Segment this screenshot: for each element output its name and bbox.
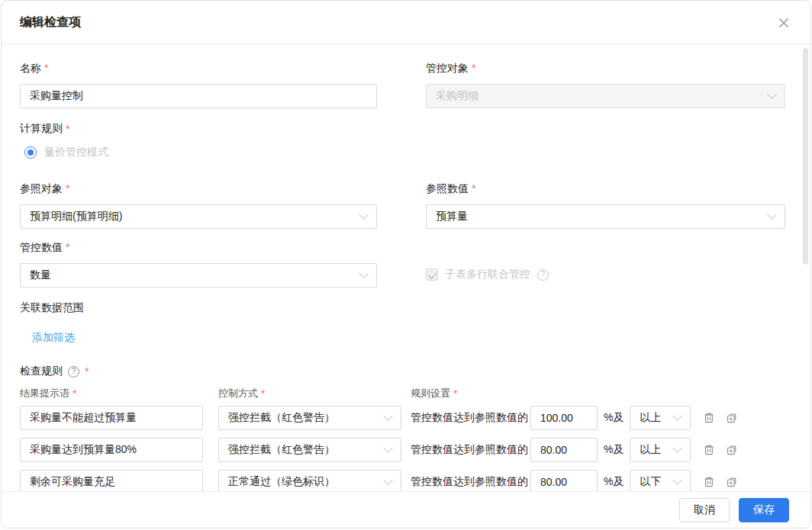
required-asterisk: * [72,387,76,400]
rule-percent-input[interactable] [530,438,598,462]
rule-method-select[interactable]: 强控拦截（红色警告） [218,406,401,430]
rule-prefix-text: 管控数值达到参照数值的 [411,411,528,425]
rule-prompt-input[interactable] [20,438,203,462]
calc-rule-radio-row: 量价管控模式 [24,146,792,159]
reference-object-label: 参照对象 * [20,182,377,194]
help-circle-icon[interactable]: ? [537,269,549,281]
field-control-object: 管控对象 * 采购明细 [426,62,785,108]
chevron-down-icon [359,268,369,278]
rule-percent-unit: %及 [604,411,624,425]
prompt-column-header: 结果提示语 * [20,387,218,400]
dialog-footer: 取消 保存 [2,491,810,528]
chevron-down-icon [383,475,393,485]
close-button[interactable] [777,16,791,30]
delete-rule-button[interactable] [702,476,715,489]
rule-method-select[interactable]: 强控拦截（红色警告） [218,438,401,462]
trash-icon [703,476,715,488]
delete-rule-button[interactable] [702,412,715,425]
joint-control-checkbox [426,268,438,281]
joint-control-label: 子表多行联合管控 [445,268,530,281]
field-reference-object: 参照对象 * 预算明细(预算明细) [20,182,377,229]
rule-row: 强控拦截（红色警告） 管控数值达到参照数值的 %及 以上 [20,406,792,430]
add-filter-link[interactable]: 添加筛选 [32,331,75,345]
add-rule-button[interactable] [725,476,738,489]
rule-percent-input[interactable] [530,470,598,493]
field-control-value: 管控数值 * 数量 [20,241,377,287]
rule-row: 正常通过（绿色标识） 管控数值达到参照数值的 %及 以下 [20,470,792,493]
rule-prefix-text: 管控数值达到参照数值的 [411,443,528,457]
required-asterisk: * [85,365,89,377]
trash-icon [703,412,715,424]
rule-method-select[interactable]: 正常通过（绿色标识） [218,470,401,493]
copy-plus-icon [726,412,738,424]
rule-row: 强控拦截（红色警告） 管控数值达到参照数值的 %及 以上 [20,438,792,462]
required-asterisk: * [66,123,69,135]
chevron-down-icon [383,411,393,421]
data-range-label: 关联数据范围 [20,301,792,315]
method-column-header: 控制方式 * [218,387,411,400]
copy-plus-icon [726,444,738,456]
required-asterisk: * [66,241,69,253]
required-asterisk: * [44,62,48,74]
chevron-down-icon [383,443,393,453]
chevron-down-icon [673,443,683,453]
control-object-select: 采购明细 [426,84,785,108]
chevron-down-icon [673,411,683,421]
edit-check-item-dialog: 编辑检查项 名称 * 管控对象 * 采购明细 [1,0,811,528]
reference-object-select[interactable]: 预算明细(预算明细) [20,204,377,229]
trash-icon [703,444,715,456]
dialog-header: 编辑检查项 [2,1,810,44]
add-rule-button[interactable] [725,444,738,457]
control-value-label: 管控数值 * [20,241,377,253]
chevron-down-icon [767,89,777,99]
rule-bound-select[interactable]: 以上 [630,406,691,430]
rule-percent-unit: %及 [604,475,624,489]
required-asterisk: * [472,62,475,74]
control-value-select[interactable]: 数量 [20,263,377,287]
copy-plus-icon [726,476,738,488]
check-rules-label: 检查规则 ? * [20,365,792,378]
scrollbar-thumb[interactable] [803,48,808,265]
required-asterisk: * [66,182,69,194]
name-input[interactable] [20,84,377,108]
required-asterisk: * [261,387,265,400]
field-name: 名称 * [20,62,377,108]
chevron-down-icon [767,210,777,220]
rule-bound-select[interactable]: 以下 [630,470,691,493]
save-button[interactable]: 保存 [739,498,789,522]
reference-value-label: 参照数值 * [426,182,785,194]
delete-rule-button[interactable] [702,444,715,457]
joint-control-row: 子表多行联合管控 ? [426,268,785,281]
rule-percent-input[interactable] [530,406,598,430]
close-icon [778,17,790,29]
calc-mode-radio-label: 量价管控模式 [44,146,108,159]
control-object-label: 管控对象 * [426,62,785,74]
rule-percent-unit: %及 [604,443,624,457]
field-reference-value: 参照数值 * 预算量 [426,182,785,229]
setting-column-header: 规则设置 * [411,387,792,400]
calc-rule-label: 计算规则 * [20,122,792,136]
calc-mode-radio [24,146,37,159]
help-circle-icon[interactable]: ? [68,366,79,377]
rule-prompt-input[interactable] [20,406,203,430]
add-rule-button[interactable] [725,412,738,425]
dialog-title: 编辑检查项 [20,14,81,31]
rule-prompt-input[interactable] [20,470,203,493]
required-asterisk: * [472,182,475,194]
chevron-down-icon [673,475,683,485]
required-asterisk: * [453,387,457,400]
chevron-down-icon [359,210,369,220]
cancel-button[interactable]: 取消 [679,498,730,522]
rule-prefix-text: 管控数值达到参照数值的 [411,475,528,489]
name-label: 名称 * [20,62,377,74]
rules-table-headers: 结果提示语 * 控制方式 * 规则设置 * [20,387,792,400]
dialog-body: 名称 * 管控对象 * 采购明细 计算规则 * [2,44,810,493]
rule-bound-select[interactable]: 以上 [630,438,691,462]
reference-value-select[interactable]: 预算量 [426,204,785,229]
